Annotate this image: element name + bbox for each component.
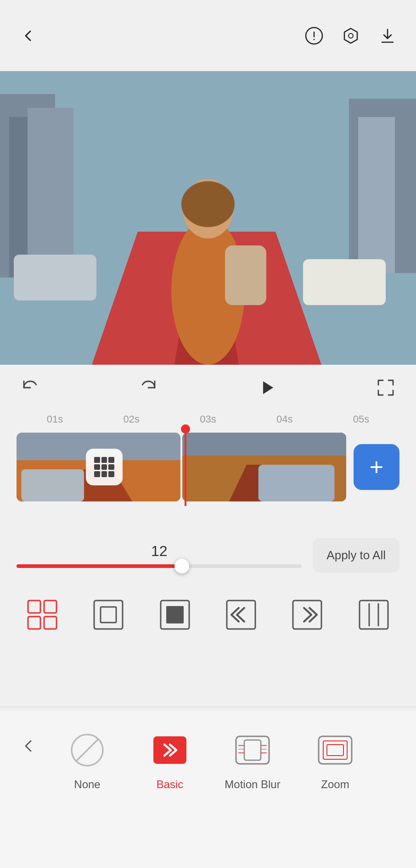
timeline-strip: + <box>17 428 399 506</box>
svg-rect-38 <box>360 601 388 629</box>
back-button[interactable] <box>17 24 40 48</box>
transition-none[interactable]: None <box>46 720 129 791</box>
svg-point-16 <box>181 181 235 227</box>
slider-thumb[interactable] <box>174 559 189 573</box>
undo-button[interactable] <box>17 374 44 401</box>
none-label: None <box>74 778 100 791</box>
add-clip-button[interactable]: + <box>354 444 399 490</box>
play-button[interactable] <box>252 373 281 402</box>
svg-line-42 <box>76 739 98 761</box>
svg-rect-23 <box>22 469 84 501</box>
svg-rect-27 <box>259 465 335 501</box>
add-icon: + <box>370 455 383 479</box>
slider-value: 12 <box>17 543 302 560</box>
bottom-panel: None Basic <box>0 711 416 868</box>
svg-rect-10 <box>358 117 395 273</box>
svg-rect-8 <box>28 108 73 278</box>
basic-icon-wrap <box>149 729 191 771</box>
single-square-effect-button[interactable] <box>157 596 193 633</box>
svg-rect-17 <box>14 255 96 300</box>
alert-icon[interactable] <box>302 24 326 48</box>
svg-rect-45 <box>244 740 261 760</box>
basic-label: Basic <box>157 778 184 791</box>
grid-overlay-button[interactable] <box>86 449 123 485</box>
svg-rect-32 <box>94 601 123 629</box>
redo-button[interactable] <box>135 374 162 401</box>
ruler-01s: 01s <box>47 413 63 425</box>
clip-2[interactable] <box>182 433 346 501</box>
square-frame-effect-button[interactable] <box>90 596 127 633</box>
zoom-icon-wrap <box>315 729 356 771</box>
grid-effect-button[interactable] <box>24 596 61 633</box>
left-swipe-effect-button[interactable] <box>223 596 259 633</box>
svg-rect-30 <box>28 617 40 629</box>
timeline-area: 01s 02s 03s 04s 05s <box>0 411 416 525</box>
svg-rect-28 <box>28 601 40 613</box>
svg-rect-29 <box>44 601 56 613</box>
playhead <box>185 428 186 506</box>
svg-rect-18 <box>303 259 386 305</box>
zoom-label: Zoom <box>321 778 349 791</box>
slider-fill <box>17 564 182 568</box>
svg-rect-31 <box>44 617 56 629</box>
settings-hex-icon[interactable] <box>339 24 363 48</box>
ruler-03s: 03s <box>200 413 216 425</box>
transition-zoom[interactable]: Zoom <box>294 720 377 791</box>
transition-basic[interactable]: Basic <box>129 720 211 791</box>
svg-rect-54 <box>327 745 343 756</box>
slider-track[interactable] <box>17 564 302 568</box>
apply-all-button[interactable]: Apply to All <box>313 538 399 573</box>
panel-divider <box>0 707 416 707</box>
svg-point-3 <box>349 33 353 38</box>
motion-blur-label: Motion Blur <box>225 778 280 791</box>
svg-rect-35 <box>166 606 184 623</box>
video-frame <box>0 71 416 365</box>
ruler-04s: 04s <box>276 413 292 425</box>
fullscreen-button[interactable] <box>372 374 399 401</box>
slider-area: 12 Apply to All <box>0 525 416 585</box>
bottom-back-button[interactable] <box>17 734 40 758</box>
svg-point-2 <box>314 39 315 40</box>
transition-motion-blur[interactable]: Motion Blur <box>211 720 294 791</box>
slider-section: 12 <box>17 543 302 568</box>
ruler-02s: 02s <box>123 413 139 425</box>
columns-effect-button[interactable] <box>355 596 392 633</box>
timeline-ruler: 01s 02s 03s 04s 05s <box>0 411 416 428</box>
download-icon[interactable] <box>376 24 399 48</box>
none-icon-wrap <box>67 729 108 771</box>
playback-controls <box>0 365 416 411</box>
svg-rect-19 <box>225 245 266 305</box>
motion-blur-icon-wrap <box>232 729 273 771</box>
right-swipe-effect-button[interactable] <box>289 596 326 633</box>
grid-icon <box>94 457 114 477</box>
ruler-05s: 05s <box>353 413 369 425</box>
svg-rect-33 <box>101 607 116 623</box>
effect-icons-row <box>0 585 416 645</box>
video-preview <box>0 71 416 365</box>
nav-right-actions <box>302 24 399 48</box>
top-nav <box>0 0 416 71</box>
transition-options: None Basic <box>46 720 416 858</box>
